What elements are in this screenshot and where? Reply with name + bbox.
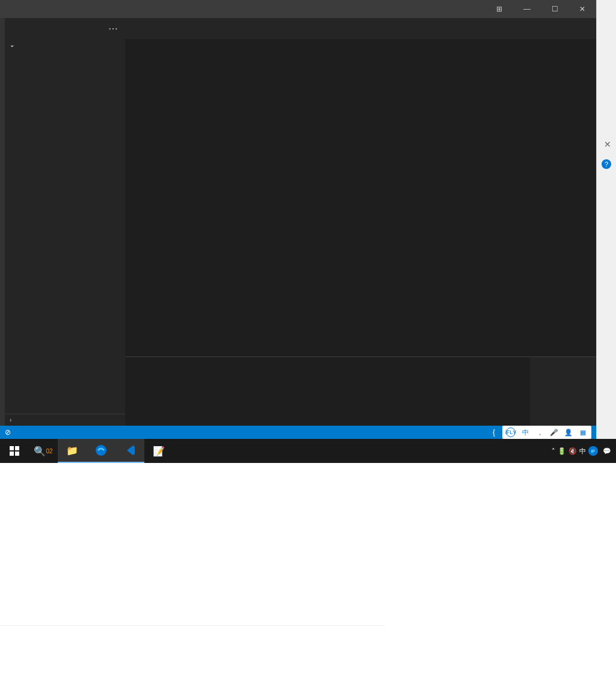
- notifications-icon[interactable]: 💬: [603, 447, 611, 455]
- minimap[interactable]: [542, 52, 596, 357]
- file-tree: [5, 51, 125, 414]
- maximize-button[interactable]: ☐: [541, 0, 568, 18]
- code-editor[interactable]: [125, 52, 596, 357]
- battery-icon[interactable]: 🔋: [558, 447, 566, 455]
- svg-rect-1: [15, 446, 19, 450]
- svg-point-4: [96, 445, 106, 456]
- terminal-panel: [125, 357, 596, 426]
- more-icon[interactable]: ⋯: [108, 23, 118, 34]
- mic-icon[interactable]: 🎤: [549, 427, 559, 437]
- layout-icon[interactable]: ⊞: [485, 0, 513, 18]
- main-area: ⋯ ⌄ ›: [0, 18, 596, 426]
- ime-lang-icon[interactable]: 中: [520, 427, 530, 437]
- ime-icon[interactable]: 中: [579, 447, 586, 456]
- start-button[interactable]: [0, 439, 29, 463]
- notepad-icon[interactable]: 📝: [144, 439, 173, 463]
- grid-icon[interactable]: ▦: [578, 427, 588, 437]
- outline-section[interactable]: ›: [5, 414, 125, 426]
- punct-icon[interactable]: ，: [535, 427, 544, 437]
- minimize-button[interactable]: —: [513, 0, 541, 18]
- side-panel: ✕ ?: [596, 0, 616, 439]
- mobile-nav: [0, 625, 385, 683]
- titlebar: ⊞ — ☐ ✕: [0, 0, 596, 18]
- chevron-right-icon: ›: [10, 417, 17, 423]
- window-controls: ⊞ — ☐ ✕: [485, 0, 596, 18]
- taskbar: 🔍02 📁 📝 ˄ 🔋 🔇 中 iF 💬: [0, 439, 616, 463]
- project-title[interactable]: ⌄: [5, 39, 125, 51]
- vscode-icon[interactable]: [116, 439, 144, 463]
- ime-toolbar[interactable]: iFLY 中 ， 🎤 👤 ▦: [502, 426, 591, 439]
- line-gutter: [125, 52, 155, 357]
- editor-area: [125, 18, 596, 426]
- editor-tabs: [125, 18, 596, 39]
- side-close-icon[interactable]: ✕: [604, 139, 611, 149]
- search-icon[interactable]: 🔍02: [29, 439, 58, 463]
- close-button[interactable]: ✕: [568, 0, 596, 18]
- statusbar: ⊘ { iFLY 中 ， 🎤 👤 ▦: [0, 426, 596, 439]
- terminal-tabs: [125, 357, 530, 375]
- vscode-window: ⊞ — ☐ ✕ ⋯ ⌄ ›: [0, 0, 596, 439]
- ifly-tray-icon[interactable]: iF: [588, 446, 598, 456]
- svg-rect-3: [15, 452, 19, 456]
- errors-count[interactable]: ⊘: [5, 428, 11, 436]
- explorer-icon[interactable]: 📁: [58, 439, 87, 463]
- edge-icon[interactable]: [87, 439, 116, 463]
- activity-bar[interactable]: [0, 18, 5, 426]
- ifly-icon[interactable]: iFLY: [506, 427, 516, 437]
- breadcrumb[interactable]: [125, 39, 596, 52]
- terminal-list: [530, 357, 596, 426]
- volume-icon[interactable]: 🔇: [568, 447, 577, 455]
- chevron-down-icon: ⌄: [10, 41, 17, 48]
- svg-rect-2: [10, 452, 14, 456]
- help-icon[interactable]: ?: [602, 159, 611, 169]
- svg-rect-0: [10, 446, 14, 450]
- user-icon[interactable]: 👤: [564, 427, 573, 437]
- terminal-output[interactable]: [125, 375, 530, 426]
- sidebar: ⋯ ⌄ ›: [5, 18, 125, 426]
- tray-up-icon[interactable]: ˄: [552, 447, 555, 455]
- sidebar-header: ⋯: [5, 18, 125, 39]
- code-content[interactable]: [155, 52, 542, 357]
- bracket-icon[interactable]: {: [493, 428, 495, 436]
